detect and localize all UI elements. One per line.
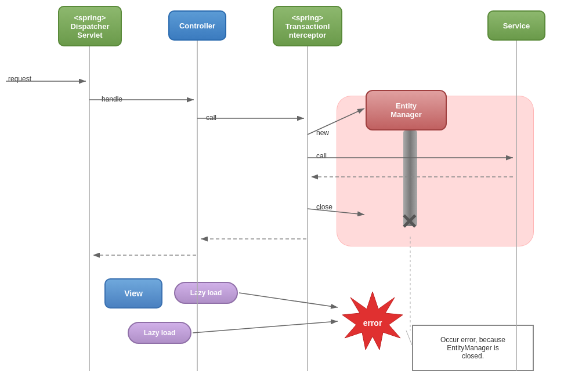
diagram-container: <spring>DispatcherServlet Controller <sp… (0, 0, 564, 392)
view-label: View (124, 289, 143, 298)
svg-line-17 (239, 293, 338, 307)
label-call2: call (316, 152, 327, 160)
error-callout: Occur error, becauseEntityManager isclos… (412, 325, 534, 371)
entity-manager-box: EntityManager (366, 90, 447, 130)
actor-dispatcher-label: <spring>DispatcherServlet (70, 13, 109, 39)
label-new-em: new (316, 129, 329, 137)
lazy-load-2-label: Lazy load (144, 329, 176, 337)
label-request: request (8, 75, 31, 83)
actor-dispatcher: <spring>DispatcherServlet (58, 6, 122, 46)
svg-text:error: error (363, 318, 382, 328)
actor-transaction-label: <spring>TransactionInterceptor (285, 13, 330, 39)
lazy-load-oval-2: Lazy load (128, 322, 191, 344)
view-box: View (104, 278, 162, 308)
actor-service-label: Service (503, 21, 530, 30)
label-close: close (316, 203, 332, 211)
entity-manager-label: EntityManager (391, 101, 421, 119)
label-call1: call (206, 114, 216, 122)
x-mark: ✕ (395, 208, 424, 237)
actor-controller-label: Controller (179, 21, 215, 30)
actor-transaction: <spring>TransactionInterceptor (273, 6, 342, 46)
lazy-load-oval-1: Lazy load (174, 282, 238, 304)
actor-controller: Controller (168, 10, 226, 41)
label-handle: handle (102, 95, 122, 103)
error-callout-text: Occur error, becauseEntityManager isclos… (440, 336, 505, 360)
svg-line-18 (193, 321, 338, 333)
lazy-load-1-label: Lazy load (190, 289, 222, 297)
actor-service: Service (487, 10, 545, 41)
error-starburst: error (338, 289, 407, 353)
